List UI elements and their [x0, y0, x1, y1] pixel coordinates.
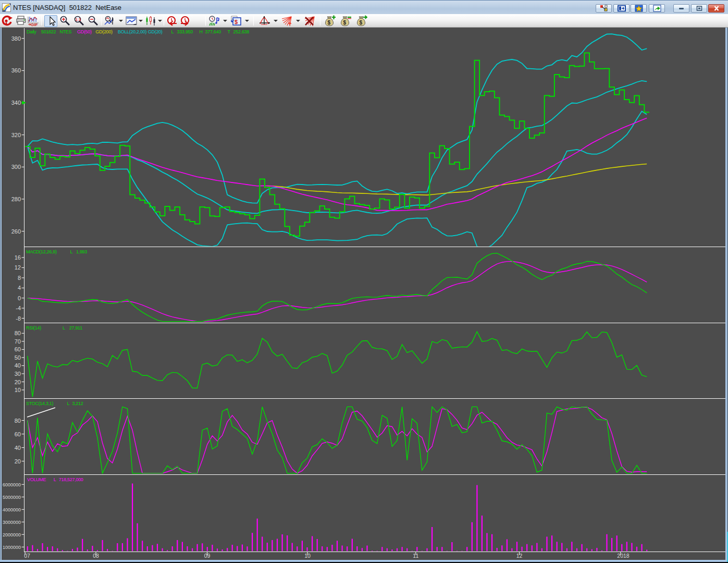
svg-text:380: 380: [11, 35, 21, 42]
svg-text:09: 09: [204, 553, 211, 559]
svg-text:BOLL(20,2,00): BOLL(20,2,00): [118, 29, 146, 34]
svg-text:80: 80: [15, 330, 21, 336]
svg-text:H: H: [199, 29, 202, 34]
svg-text:L: L: [70, 249, 73, 254]
svg-text:300: 300: [11, 164, 21, 170]
svg-text:08: 08: [93, 553, 99, 559]
svg-text:NTES: NTES: [59, 29, 71, 34]
svg-text:2000000: 2000000: [3, 532, 21, 537]
svg-text:5000000: 5000000: [3, 495, 21, 500]
svg-text:L: L: [54, 477, 56, 482]
svg-text:11: 11: [413, 553, 418, 559]
svg-text:12: 12: [15, 264, 21, 271]
svg-text:50: 50: [15, 354, 21, 361]
svg-text:70: 70: [15, 338, 21, 345]
svg-text:10: 10: [304, 553, 311, 559]
svg-text:GD(200): GD(200): [95, 29, 113, 34]
svg-text:320: 320: [11, 132, 21, 138]
svg-text:1,993: 1,993: [76, 249, 87, 254]
svg-text:6000000: 6000000: [3, 482, 21, 487]
svg-text:60: 60: [15, 431, 21, 437]
svg-text:RSI(14): RSI(14): [26, 325, 41, 331]
svg-text:252,638: 252,638: [233, 29, 250, 34]
svg-text:280: 280: [11, 196, 21, 202]
svg-text:2018: 2018: [617, 553, 630, 559]
svg-text:40: 40: [15, 362, 21, 369]
svg-text:16: 16: [15, 254, 21, 261]
svg-text:4: 4: [18, 285, 21, 291]
svg-text:8: 8: [18, 275, 21, 281]
svg-text:GD(20): GD(20): [148, 29, 163, 34]
svg-text:60: 60: [15, 346, 21, 352]
svg-text:30: 30: [15, 371, 21, 377]
svg-text:340: 340: [11, 100, 21, 106]
svg-text:360: 360: [11, 67, 21, 74]
svg-text:10: 10: [15, 387, 21, 393]
svg-text:260: 260: [11, 228, 21, 235]
svg-text:3,212: 3,212: [72, 401, 83, 406]
svg-text:MACD(12,26,9): MACD(12,26,9): [26, 249, 57, 254]
svg-text:20: 20: [15, 458, 21, 464]
svg-text:4000000: 4000000: [3, 507, 21, 512]
svg-text:VOLUME: VOLUME: [27, 477, 46, 482]
svg-text:STOC(14,3,1): STOC(14,3,1): [26, 401, 54, 406]
svg-text:20: 20: [15, 379, 21, 385]
svg-text:377,640: 377,640: [205, 29, 221, 34]
svg-text:80: 80: [15, 418, 21, 424]
svg-text:12: 12: [516, 553, 523, 559]
svg-text:333,950: 333,950: [177, 29, 193, 34]
svg-text:L: L: [171, 29, 174, 34]
svg-text:501822: 501822: [41, 29, 56, 34]
svg-text:T: T: [227, 29, 230, 34]
svg-text:718,527,000: 718,527,000: [59, 477, 83, 482]
svg-text:L: L: [63, 325, 65, 331]
svg-text:GD(50): GD(50): [77, 29, 92, 34]
svg-text:40: 40: [15, 445, 21, 451]
svg-text:Daily: Daily: [27, 29, 36, 34]
svg-text:3000000: 3000000: [3, 520, 21, 525]
svg-text:27,911: 27,911: [69, 325, 82, 331]
svg-text:0: 0: [18, 295, 21, 301]
svg-text:1000000: 1000000: [3, 545, 21, 550]
svg-text:07: 07: [24, 553, 30, 559]
svg-text:-4: -4: [16, 305, 21, 311]
svg-text:-8: -8: [16, 315, 21, 322]
svg-text:L: L: [67, 401, 70, 406]
